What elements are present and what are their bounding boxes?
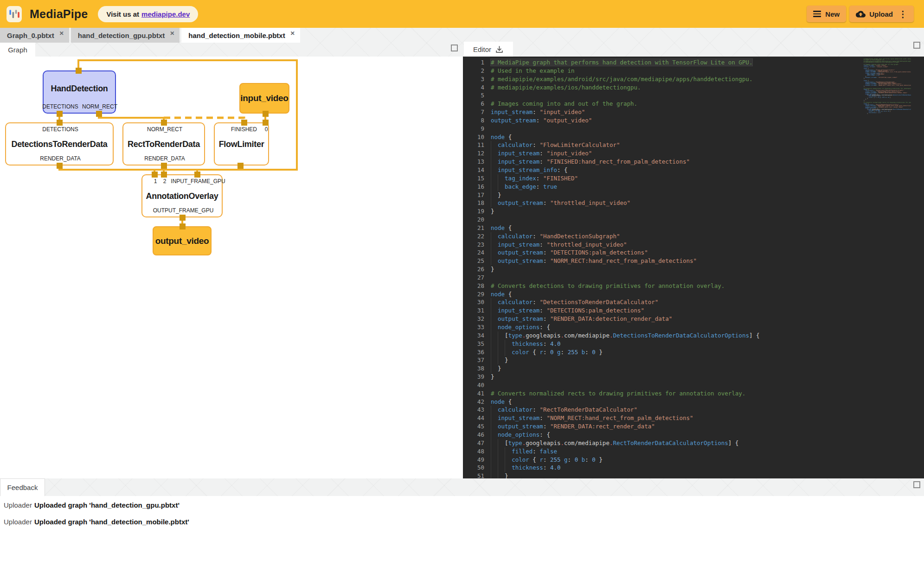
code-line[interactable]: 5 <box>463 91 924 100</box>
code-line[interactable]: 14 input_stream_info: { <box>463 166 924 174</box>
code-line[interactable]: 17 } <box>463 191 924 199</box>
code-line[interactable]: 48 filled: false <box>463 447 924 456</box>
code-line[interactable]: 31 input_stream: "DETECTIONS:palm_detect… <box>463 306 924 315</box>
port-label: DETECTIONS <box>42 126 78 133</box>
code-line[interactable]: 2# Used in the example in <box>463 67 924 75</box>
code-line[interactable]: 36 color { r: 0 g: 255 b: 0 } <box>463 348 924 357</box>
code-line[interactable]: 39} <box>463 373 924 381</box>
code-line[interactable]: 41# Converts normalized rects to drawing… <box>463 389 924 398</box>
code-line[interactable]: 11 calculator: "FlowLimiterCalculator" <box>463 141 924 149</box>
new-button[interactable]: New <box>807 6 846 22</box>
code-line[interactable]: 26} <box>463 265 924 274</box>
expand-feedback-icon[interactable] <box>913 481 920 488</box>
line-number: 9 <box>463 125 491 133</box>
code-line[interactable]: 35 thickness: 4.0 <box>463 340 924 348</box>
close-icon[interactable]: ✕ <box>59 30 64 37</box>
node-title: AnnotationOverlay <box>138 191 226 201</box>
expand-editor-icon[interactable] <box>913 42 920 49</box>
code-line[interactable]: 43 calculator: "RectToRenderDataCalculat… <box>463 406 924 414</box>
expand-graph-icon[interactable] <box>451 45 458 51</box>
code-text: calculator: "DetectionsToRenderDataCalcu… <box>491 298 658 306</box>
code-line[interactable]: 10node { <box>463 133 924 141</box>
close-icon[interactable]: ✕ <box>290 30 295 37</box>
code-line[interactable]: 1# MediaPipe graph that performs hand de… <box>463 58 924 67</box>
code-line[interactable]: 13 input_stream: "FINISHED:hand_rect_fro… <box>463 158 924 166</box>
code-line[interactable]: 49 color { r: 255 g: 0 b: 0 } <box>463 456 924 464</box>
line-number: 40 <box>463 381 491 389</box>
code-line[interactable]: 20 <box>463 216 924 224</box>
code-line[interactable]: 28# Converts detections to drawing primi… <box>463 282 924 290</box>
code-line[interactable]: 44 input_stream: "NORM_RECT:hand_rect_fr… <box>463 414 924 422</box>
code-line[interactable]: 32 output_stream: "RENDER_DATA:detection… <box>463 315 924 323</box>
tab-feedback[interactable]: Feedback <box>0 478 45 496</box>
graph-port <box>263 111 269 117</box>
close-icon[interactable]: ✕ <box>170 30 174 37</box>
line-number: 31 <box>463 306 491 315</box>
code-text: input_stream: "throttled_input_video" <box>491 241 627 249</box>
code-line[interactable]: 24 output_stream: "DETECTIONS:palm_detec… <box>463 248 924 257</box>
code-text: output_stream: "NORM_RECT:hand_rect_from… <box>491 257 697 265</box>
code-line[interactable]: 7input_stream: "input_video" <box>463 108 924 116</box>
code-line[interactable]: 51 } <box>463 472 924 478</box>
code-line[interactable]: 21node { <box>463 224 924 232</box>
graph-node-input_video[interactable]: input_video <box>239 83 289 114</box>
code-line[interactable]: 22 calculator: "HandDetectionSubgraph" <box>463 232 924 241</box>
code-line[interactable]: 15 tag_index: "FINISHED" <box>463 174 924 183</box>
file-tab-hand_detection_gpu.pbtxt[interactable]: hand_detection_gpu.pbtxt✕ <box>71 28 180 43</box>
code-line[interactable]: 12 input_stream: "input_video" <box>463 149 924 158</box>
code-line[interactable]: 40 <box>463 381 924 389</box>
node-title: FlowLimiter <box>210 139 273 149</box>
graph-canvas[interactable]: HandDetectionDETECTIONSNORM_RECTinput_vi… <box>0 57 463 478</box>
code-line[interactable]: 38 } <box>463 364 924 373</box>
upload-button[interactable]: Upload ⋮ <box>849 6 914 22</box>
mediapipe-dev-link[interactable]: mediapipe.dev <box>141 10 190 18</box>
code-line[interactable]: 33 node_options: { <box>463 323 924 331</box>
code-line[interactable]: 46 node_options: { <box>463 431 924 439</box>
code-text: input_stream: "input_video" <box>491 108 585 116</box>
download-icon[interactable] <box>495 45 504 54</box>
code-line[interactable]: 3# mediapipie/examples/android/src/java/… <box>463 75 924 83</box>
line-number: 28 <box>463 282 491 290</box>
graph-node-HandDetection[interactable]: HandDetectionDETECTIONSNORM_RECT <box>43 70 116 114</box>
graph-node-output_video[interactable]: output_video <box>153 226 212 255</box>
editor-minimap[interactable]: # MediaPipe graph that performs hand det… <box>864 58 911 114</box>
graph-node-AnnotationOverlay[interactable]: AnnotationOverlay12INPUT_FRAME_GPUOUTPUT… <box>141 174 223 217</box>
feedback-row: UploaderUploaded graph 'hand_detection_m… <box>0 514 924 529</box>
code-line[interactable]: 37 } <box>463 356 924 364</box>
code-line[interactable]: 29node { <box>463 290 924 299</box>
code-line[interactable]: 19} <box>463 207 924 216</box>
code-line[interactable]: 27 <box>463 274 924 282</box>
line-number: 26 <box>463 265 491 274</box>
port-label: RENDER_DATA <box>144 155 185 162</box>
code-line[interactable]: 34 [type.googleapis.com/mediapipe.Detect… <box>463 331 924 340</box>
code-editor[interactable]: 1# MediaPipe graph that performs hand de… <box>463 57 924 478</box>
code-line[interactable]: 30 calculator: "DetectionsToRenderDataCa… <box>463 298 924 306</box>
code-line[interactable]: 16 back_edge: true <box>463 183 924 191</box>
more-options-icon[interactable]: ⋮ <box>898 10 907 19</box>
line-number: 44 <box>463 414 491 422</box>
code-line[interactable]: 50 thickness: 4.0 <box>463 464 924 472</box>
code-line[interactable]: 45 output_stream: "RENDER_DATA:rect_rend… <box>463 422 924 431</box>
code-line[interactable]: 42node { <box>463 398 924 406</box>
file-tab-Graph_0.pbtxt[interactable]: Graph_0.pbtxt✕ <box>0 28 69 43</box>
line-number: 39 <box>463 373 491 381</box>
code-line[interactable]: 4# mediapipie/examples/ios/handdetection… <box>463 83 924 92</box>
tab-graph[interactable]: Graph <box>0 43 35 57</box>
mediapipe-visualizer: MediaPipe Visit us at mediapipe.dev New … <box>0 0 924 573</box>
code-line[interactable]: 23 input_stream: "throttled_input_video" <box>463 241 924 249</box>
code-line[interactable]: 25 output_stream: "NORM_RECT:hand_rect_f… <box>463 257 924 265</box>
graph-node-DetectionsToRenderData[interactable]: DetectionsToRenderDataDETECTIONSRENDER_D… <box>5 122 114 166</box>
line-number: 38 <box>463 364 491 373</box>
graph-node-RectToRenderData[interactable]: RectToRenderDataNORM_RECTRENDER_DATA <box>122 122 205 166</box>
code-line[interactable]: 6# Images coming into and out of the gra… <box>463 100 924 108</box>
feedback-source: Uploader <box>4 501 33 509</box>
code-line[interactable]: 8output_stream: "output_video" <box>463 116 924 125</box>
tab-editor[interactable]: Editor <box>464 42 513 57</box>
code-line[interactable]: 9 <box>463 125 924 133</box>
graph-node-FlowLimiter[interactable]: FlowLimiterFINISHED0 <box>214 122 269 166</box>
file-tab-hand_detection_mobile.pbtxt[interactable]: hand_detection_mobile.pbtxt✕ <box>181 28 300 43</box>
code-text: # mediapipie/examples/android/src/java/c… <box>491 75 752 83</box>
code-line[interactable]: 47 [type.googleapis.com/mediapipe.RectTo… <box>463 439 924 447</box>
code-line[interactable]: 18 output_stream: "throttled_input_video… <box>463 199 924 207</box>
code-lines[interactable]: 1# MediaPipe graph that performs hand de… <box>463 57 924 478</box>
